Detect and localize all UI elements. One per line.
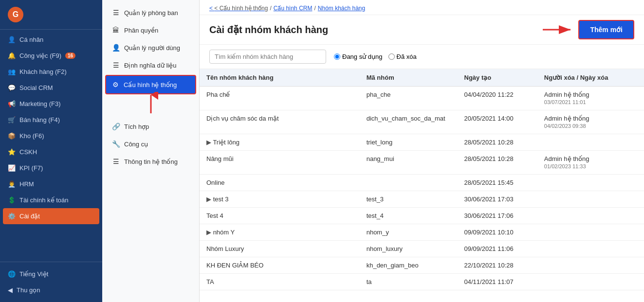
cell-deleted	[537, 274, 644, 290]
list-icon: ☰	[111, 9, 120, 17]
middle-nav-quan-ly-phong-ban[interactable]: ☰ Quản lý phòng ban	[102, 4, 199, 21]
expand-icon[interactable]: ▶	[206, 139, 213, 146]
sidebar-item-label: Cài đặt	[19, 213, 40, 220]
gear-icon: ⚙️	[8, 213, 16, 220]
expand-icon[interactable]: ▶	[206, 195, 213, 203]
page-header: Cài đặt nhóm khách hàng Thêm mới	[200, 15, 644, 45]
table-row[interactable]: Pha chế pha_che 04/04/2020 11:22 Admin h…	[200, 87, 644, 110]
middle-nav-tich-hop[interactable]: 🔗 Tích hợp	[102, 118, 199, 135]
add-new-button[interactable]: Thêm mới	[578, 20, 634, 39]
cart-icon: 🛒	[8, 116, 16, 124]
table-row[interactable]: Nâng mũi nang_mui 28/05/2021 10:28 Admin…	[200, 151, 644, 175]
middle-nav-dinh-nghia-du-lieu[interactable]: ☰ Định nghĩa dữ liệu	[102, 56, 199, 74]
sidebar-item-label: Công việc (F9)	[19, 52, 61, 59]
sidebar-item-cong-viec[interactable]: 🔔 Công việc (F9) 16	[0, 48, 102, 64]
settings-icon: ⚙	[111, 81, 120, 89]
cell-name: Dịch vụ chăm sóc da mặt	[200, 110, 360, 134]
table-row[interactable]: Dịch vụ chăm sóc da mặt dich_vu_cham_soc…	[200, 110, 644, 134]
cell-name: TA	[200, 274, 360, 290]
sidebar-item-kpi[interactable]: 📈 KPI (F7)	[0, 160, 102, 176]
table-row[interactable]: Nhóm Luxury nhom_luxury 09/09/2021 11:06	[200, 241, 644, 257]
sidebar-item-khach-hang[interactable]: 👥 Khách hàng (F2)	[0, 64, 102, 80]
cell-created: 28/05/2021 10:28	[458, 151, 537, 175]
info-icon: ☰	[111, 158, 120, 165]
cell-name: ▶ test 3	[200, 191, 360, 208]
cell-code: nhom_y	[360, 224, 458, 241]
radio-active-input[interactable]	[334, 53, 340, 60]
sidebar-item-label: Khách hàng (F2)	[19, 68, 67, 75]
table-row[interactable]: ▶ test 3 test_3 30/06/2021 17:03	[200, 191, 644, 208]
middle-nav-thong-tin-he-thong[interactable]: ☰ Thông tin hệ thống	[102, 153, 199, 170]
manager-icon: 👨‍💼	[8, 180, 16, 188]
cell-created: 30/06/2021 17:03	[458, 191, 537, 208]
sidebar-item-ca-nhan[interactable]: 👤 Cá nhân	[0, 32, 102, 48]
sidebar-item-label: Social CRM	[19, 84, 53, 91]
table-row[interactable]: ▶ nhóm Y nhom_y 09/09/2021 10:10	[200, 224, 644, 241]
sidebar-item-tai-chinh[interactable]: 💲 Tài chính kế toán	[0, 192, 102, 208]
arrow-cau-hinh	[144, 92, 158, 115]
marketing-icon: 📢	[8, 100, 16, 107]
breadcrumb-link-crm[interactable]: Cấu hình CRM	[274, 5, 313, 12]
arrow-add-button	[540, 21, 574, 38]
radio-deleted-input[interactable]	[388, 53, 395, 60]
middle-nav-label: Thông tin hệ thống	[124, 158, 178, 165]
expand-icon[interactable]: ▶	[206, 229, 213, 236]
cell-code	[360, 175, 458, 191]
sidebar-item-cai-dat[interactable]: ⚙️ Cài đặt	[3, 208, 99, 224]
cell-name: KH ĐEN GIẢM BÉO	[200, 257, 360, 274]
sidebar-item-marketing[interactable]: 📢 Marketing (F3)	[0, 96, 102, 112]
collapse-icon: ◀	[8, 286, 13, 294]
cell-name: ▶ Triệt lông	[200, 134, 360, 151]
sidebar-item-ban-hang[interactable]: 🛒 Bán hàng (F4)	[0, 112, 102, 128]
radio-deleted-label: Đã xóa	[397, 53, 417, 60]
sidebar-nav: 👤 Cá nhân 🔔 Công việc (F9) 16 👥 Khách hà…	[0, 30, 102, 262]
cau-hinh-highlight-box: ⚙ Cấu hình hệ thống	[105, 75, 196, 94]
sidebar-item-kho[interactable]: 📦 Kho (F6)	[0, 128, 102, 144]
cell-created: 04/04/2020 11:22	[458, 87, 537, 110]
table-row[interactable]: Online 28/05/2021 15:45	[200, 175, 644, 191]
breadcrumb-link-cau-hinh[interactable]: < < Cấu hình hệ thống	[209, 5, 268, 12]
middle-nav-cong-cu[interactable]: 🔧 Công cụ	[102, 135, 199, 153]
table-body: Pha chế pha_che 04/04/2020 11:22 Admin h…	[200, 87, 644, 290]
cell-created: 22/10/2021 10:28	[458, 257, 537, 274]
middle-nav-phan-quyen[interactable]: 🏛 Phân quyền	[102, 21, 199, 39]
breadcrumb: < < Cấu hình hệ thống / Cấu hình CRM / N…	[200, 0, 644, 15]
table-row[interactable]: TA ta 04/11/2021 11:07	[200, 274, 644, 290]
cell-code: triet_long	[360, 134, 458, 151]
sidebar-item-social-crm[interactable]: 💬 Social CRM	[0, 80, 102, 96]
filter-bar: Đang sử dụng Đã xóa	[200, 45, 644, 69]
sidebar-item-label: Bán hàng (F4)	[19, 116, 60, 124]
sidebar-item-collapse[interactable]: ◀ Thu gọn	[0, 282, 102, 298]
cell-code: test_3	[360, 191, 458, 208]
sidebar-item-hrm[interactable]: 👨‍💼 HRM	[0, 176, 102, 192]
user-icon: 👤	[111, 44, 120, 52]
breadcrumb-separator2: /	[314, 5, 315, 12]
breadcrumb-link-nhom[interactable]: Nhóm khách hàng	[318, 5, 365, 12]
search-input[interactable]	[209, 50, 326, 64]
cell-name: Test 4	[200, 208, 360, 224]
table-row[interactable]: KH ĐEN GIẢM BÉO kh_den_giam_beo 22/10/20…	[200, 257, 644, 274]
language-label: Tiếng Việt	[19, 270, 48, 278]
col-header-code: Mã nhóm	[360, 69, 458, 87]
radio-active[interactable]: Đang sử dụng	[334, 53, 383, 60]
sidebar-logo: G	[0, 0, 102, 30]
middle-nav-quan-ly-nguoi-dung[interactable]: 👤 Quản lý người dùng	[102, 39, 199, 56]
cell-created: 30/06/2021 17:06	[458, 208, 537, 224]
cell-deleted	[537, 175, 644, 191]
breadcrumb-separator: /	[270, 5, 271, 12]
sidebar-item-label: CSKH	[19, 148, 37, 156]
breadcrumb-back[interactable]: < < Cấu hình hệ thống	[209, 5, 268, 12]
table-row[interactable]: Test 4 test_4 30/06/2021 17:06	[200, 208, 644, 224]
sidebar-item-cskh[interactable]: ⭐ CSKH	[0, 144, 102, 160]
data-icon: ☰	[111, 61, 120, 69]
cell-name: Pha chế	[200, 87, 360, 110]
middle-nav-label: Cấu hình hệ thống	[124, 81, 177, 89]
table-row[interactable]: ▶ Triệt lông triet_long 28/05/2021 10:28	[200, 134, 644, 151]
middle-nav-cau-hinh-he-thong[interactable]: ⚙ Cấu hình hệ thống	[106, 76, 195, 93]
radio-deleted[interactable]: Đã xóa	[388, 53, 417, 60]
sidebar-item-language[interactable]: 🌐 Tiếng Việt	[0, 266, 102, 282]
cell-created: 28/05/2021 10:28	[458, 134, 537, 151]
cell-name: Nhóm Luxury	[200, 241, 360, 257]
dollar-icon: 💲	[8, 196, 16, 204]
cell-code: dich_vu_cham_soc_da_mat	[360, 110, 458, 134]
